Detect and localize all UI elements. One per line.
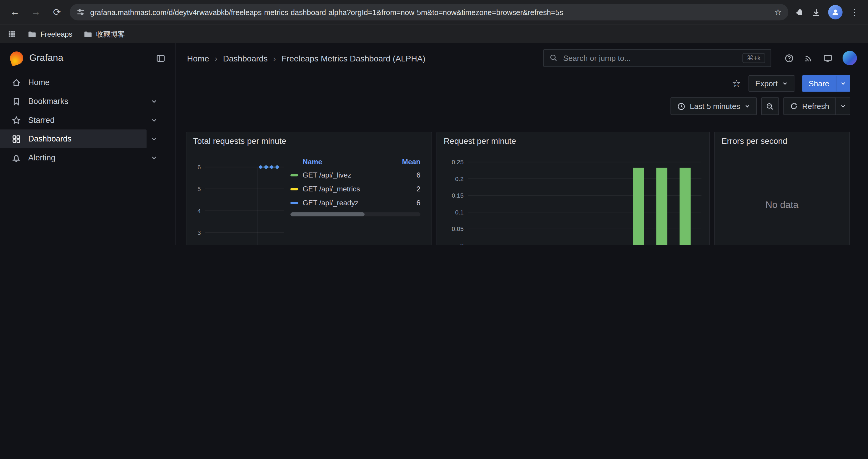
brand-title: Grafana [29,53,63,64]
sidebar-row-bookmarks: Bookmarks [0,92,161,111]
series-color-dash [290,202,298,204]
sidebar-row-starred: Starred [0,111,161,130]
export-button-group: Export [749,75,794,92]
top-navigation: Home › Dashboards › Freeleaps Metrics Da… [176,43,868,73]
zoom-out-button[interactable] [761,97,779,115]
request-per-minute-chart[interactable]: 0.250.20.150.10.05017:37:0017:38:0017:39… [440,147,707,245]
bookmarks-bar: Freeleaps 收藏博客 [0,24,868,43]
share-button[interactable]: Share [802,75,836,92]
chevron-down-icon[interactable] [147,117,161,123]
share-button-group: Share [802,75,850,92]
search-icon [549,54,558,63]
help-icon[interactable] [784,54,793,63]
svg-text:0.1: 0.1 [455,209,464,216]
browser-profile-avatar[interactable] [828,5,843,20]
kiosk-monitor-icon[interactable] [823,54,832,63]
sidebar-row-alerting: Alerting [0,148,161,167]
panel-title[interactable]: Request per minute [437,132,709,147]
grafana-logo[interactable] [8,50,25,66]
breadcrumb-separator: › [215,54,217,63]
legend-row[interactable]: GET /api/_livez 6 [290,168,421,182]
collapse-sidebar-icon[interactable] [156,54,165,63]
legend-table: Name Mean GET /api/_livez 6 GET /api/_me… [290,155,421,245]
url-text[interactable]: grafana.mathmast.com/d/deytv4rwavabkb/fr… [90,8,769,16]
legend-col-mean[interactable]: Mean [392,157,421,166]
browser-actions: ⋮ [793,5,861,20]
svg-text:3: 3 [197,229,200,236]
legend-row[interactable]: GET /api/_metrics 2 [290,182,421,196]
folder-icon [28,30,37,38]
topnav-icons [784,51,857,65]
bookmark-item[interactable]: Freeleaps [28,30,72,38]
time-range-picker[interactable]: Last 5 minutes [670,97,756,115]
browser-toolbar: ← → ⟳ grafana.mathmast.com/d/deytv4rwava… [0,0,868,24]
legend-row[interactable]: GET /api/_readyz 6 [290,196,421,210]
refresh-button[interactable]: Refresh [783,97,836,115]
user-avatar[interactable] [843,51,857,65]
sidebar-item-alerting[interactable]: Alerting [0,148,147,167]
news-rss-icon[interactable] [804,54,813,63]
svg-text:0: 0 [460,242,464,245]
export-button[interactable]: Export [749,75,794,92]
search-placeholder: Search or jump to... [563,54,737,63]
legend-col-name[interactable]: Name [303,157,387,166]
reload-icon[interactable]: ⟳ [49,4,65,21]
panel-request-per-minute: Request per minute 0.250.20.150.10.05017… [436,132,710,245]
svg-text:6: 6 [197,164,200,170]
search-input[interactable]: Search or jump to... ⌘+k [543,49,771,67]
share-menu-chevron[interactable] [836,75,850,92]
downloads-icon[interactable] [812,8,820,17]
chevron-down-icon[interactable] [147,136,161,142]
dashboard-actions: ☆ Export Share [176,73,868,94]
breadcrumb: Home › Dashboards › Freeleaps Metrics Da… [187,54,426,63]
svg-text:0.15: 0.15 [452,192,464,199]
favorite-star-icon[interactable]: ☆ [732,77,741,90]
refresh-icon [790,102,798,110]
breadcrumb-dashboards[interactable]: Dashboards [223,54,268,63]
panel-title[interactable]: Errors per second [715,132,849,147]
total-requests-chart[interactable]: 6543217:40 [190,147,288,245]
star-icon [11,115,21,125]
svg-text:4: 4 [197,207,200,214]
zoom-out-icon [766,102,774,110]
home-icon [11,78,21,87]
sidebar: Grafana Home Bookmarks [0,43,176,245]
series-color-dash [290,188,298,190]
svg-text:0.2: 0.2 [455,175,464,182]
chevron-down-icon[interactable] [147,98,161,104]
extensions-icon[interactable] [795,8,804,17]
apps-grid-icon[interactable] [8,30,17,38]
panel-errors-per-second: Errors per second No data [714,132,850,245]
scrollbar-thumb[interactable] [290,212,365,216]
site-settings-icon[interactable] [76,8,85,17]
time-controls: Last 5 minutes Refresh [176,94,868,123]
bookmark-star-icon[interactable]: ☆ [774,7,782,17]
bookmark-icon [11,97,21,106]
no-data-message: No data [715,147,849,245]
sidebar-item-starred[interactable]: Starred [0,111,147,130]
breadcrumb-current: Freeleaps Metrics Dashboard (ALPHA) [282,54,426,63]
bookmark-item[interactable]: 收藏博客 [83,29,125,39]
refresh-interval-chevron[interactable] [836,97,850,115]
legend-scrollbar[interactable] [290,212,421,216]
sidebar-header: Grafana [0,43,176,73]
main-area: Home › Dashboards › Freeleaps Metrics Da… [176,43,868,245]
breadcrumb-home[interactable]: Home [187,54,209,63]
panel-title[interactable]: Total requests per minute [186,132,432,147]
grafana-app: Grafana Home Bookmarks [0,43,868,245]
url-bar[interactable]: grafana.mathmast.com/d/deytv4rwavabkb/fr… [70,4,788,21]
sidebar-item-dashboards[interactable]: Dashboards [0,129,147,148]
chevron-down-icon[interactable] [147,155,161,161]
sidebar-item-home[interactable]: Home [0,73,147,92]
screen: ← → ⟳ grafana.mathmast.com/d/deytv4rwava… [0,0,868,245]
forward-icon[interactable]: → [28,4,44,21]
series-color-dash [290,174,298,176]
dashboard-grid: Total requests per minute 6543217:40 Nam… [176,132,868,245]
sidebar-item-bookmarks[interactable]: Bookmarks [0,92,147,111]
clock-icon [677,102,685,110]
browser-menu-icon[interactable]: ⋮ [850,7,859,18]
bell-icon [11,153,21,162]
panel-total-requests: Total requests per minute 6543217:40 Nam… [186,132,432,245]
back-icon[interactable]: ← [6,4,23,21]
breadcrumb-separator: › [273,54,276,63]
